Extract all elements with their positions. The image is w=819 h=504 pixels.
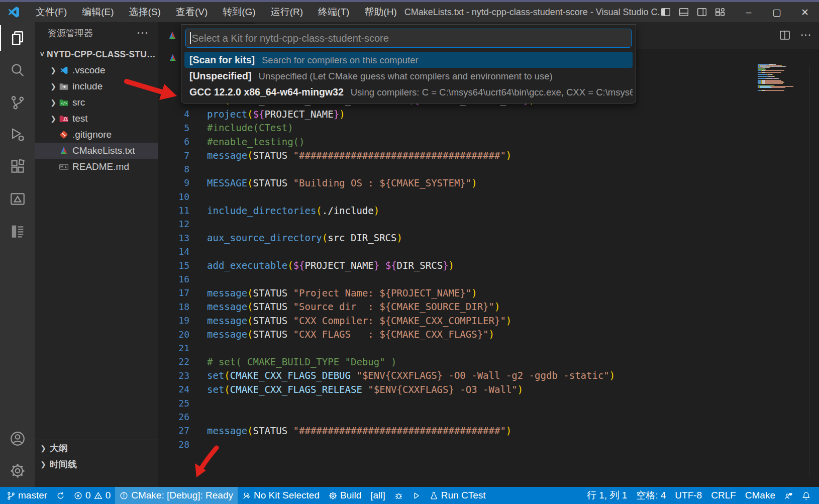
code-line-27[interactable]: 27message(STATUS "######################… xyxy=(158,424,819,437)
code-line-5[interactable]: 5#include(CTest) xyxy=(158,121,819,135)
window-title: CMakeLists.txt - nytd-cpp-class-student-… xyxy=(404,7,660,18)
tree-item-src[interactable]: ❯</>src xyxy=(35,94,158,111)
close-button[interactable]: ✕ xyxy=(791,2,819,22)
status-encoding[interactable]: UTF-8 xyxy=(670,487,706,504)
menu-e[interactable]: 编辑(E) xyxy=(74,2,121,22)
code-line-25[interactable]: 25 xyxy=(158,396,819,410)
code-line-19[interactable]: 19message(STATUS "CXX Compiler: ${CMAKE_… xyxy=(158,314,819,327)
minimize-button[interactable]: – xyxy=(735,2,763,22)
code-line-7[interactable]: 7message(STATUS "#######################… xyxy=(158,148,819,162)
tree-item-test[interactable]: ❯test xyxy=(35,111,158,127)
chevron-right-icon: ❯ xyxy=(49,115,58,123)
tree-item--gitignore[interactable]: .gitignore xyxy=(35,127,158,143)
editor-more-actions-icon[interactable]: ··· xyxy=(801,31,812,40)
status-cmake-status[interactable]: CMake: [Debug]: Ready xyxy=(115,487,238,504)
status-sync[interactable] xyxy=(52,487,69,504)
customize-layout-icon[interactable] xyxy=(714,7,726,18)
code-editor[interactable]: 1cmake_minimum_required(VERSION 3.0.0)2s… xyxy=(158,66,819,487)
code-line-28[interactable]: 28 xyxy=(158,438,819,451)
code-line-6[interactable]: 6#enable_testing() xyxy=(158,135,819,148)
code-line-24[interactable]: 24set(CMAKE_CXX_FLAGS_RELEASE "$ENV{CXXF… xyxy=(158,382,819,396)
activity-search[interactable] xyxy=(0,54,35,86)
status-build-target[interactable]: [all] xyxy=(366,487,390,504)
menu-v[interactable]: 查看(V) xyxy=(168,2,215,22)
status-language-mode[interactable]: CMake xyxy=(741,487,780,504)
menu-s[interactable]: 选择(S) xyxy=(122,2,168,22)
status-eol[interactable]: CRLF xyxy=(706,487,741,504)
activity-accounts[interactable] xyxy=(0,423,35,455)
menu-h[interactable]: 帮助(H) xyxy=(357,2,404,22)
quick-pick-item-0[interactable]: [Scan for kits]Search for compilers on t… xyxy=(184,52,633,68)
files-icon xyxy=(9,30,26,47)
sidebar-section-timeline[interactable]: ❯时间线 xyxy=(35,456,158,472)
quick-pick-item-description: Unspecified (Let CMake guess what compil… xyxy=(259,68,553,84)
code-line-14[interactable]: 14 xyxy=(158,245,819,258)
status-notifications[interactable] xyxy=(797,487,815,504)
code-line-18[interactable]: 18message(STATUS "Source dir : ${CMAKE_S… xyxy=(158,300,819,314)
status-launch-target[interactable] xyxy=(407,487,425,504)
tree-item-cmakelists-txt[interactable]: CMakeLists.txt xyxy=(35,143,158,159)
toggle-panel-icon[interactable] xyxy=(678,7,689,18)
code-line-13[interactable]: 13aux_source_directory(src DIR_SRCS) xyxy=(158,231,819,245)
code-line-20[interactable]: 20message(STATUS "CXX FLAGS : ${CMAKE_CX… xyxy=(158,327,819,341)
menu-f[interactable]: 文件(F) xyxy=(28,2,74,22)
line-number: 14 xyxy=(158,246,189,257)
code-line-10[interactable]: 10 xyxy=(158,190,819,204)
vscode-window: { "window": { "title": "CMakeLists.txt -… xyxy=(0,0,819,504)
bell-icon xyxy=(802,491,810,500)
line-number: 27 xyxy=(158,425,189,436)
status-branch[interactable]: master xyxy=(2,487,52,504)
code-line-12[interactable]: 12 xyxy=(158,217,819,231)
status-problems[interactable]: 00 xyxy=(69,487,115,504)
menu-t[interactable]: 终端(T) xyxy=(311,2,357,22)
maximize-button[interactable]: ▢ xyxy=(763,2,791,22)
quick-pick-item-1[interactable]: [Unspecified]Unspecified (Let CMake gues… xyxy=(184,68,633,84)
code-line-16[interactable]: 16 xyxy=(158,272,819,286)
split-editor-icon[interactable] xyxy=(779,29,791,41)
code-line-4[interactable]: 4project(${PROJECT_NAME}) xyxy=(158,107,819,121)
sidebar-section-outline[interactable]: ❯大纲 xyxy=(35,440,158,456)
more-actions-icon[interactable]: ··· xyxy=(137,28,149,39)
activity-project-outline[interactable] xyxy=(0,215,35,247)
code-line-15[interactable]: 15add_executable(${PROJECT_NAME} ${DIR_S… xyxy=(158,258,819,272)
activity-source-control[interactable] xyxy=(0,86,35,119)
quick-pick-input[interactable]: Select a Kit for nytd-cpp-class-student-… xyxy=(185,29,632,48)
activity-explorer[interactable] xyxy=(0,22,35,54)
status-cursor-position[interactable]: 行 1, 列 1 xyxy=(582,487,632,504)
tree-item-readme-md[interactable]: README.md xyxy=(35,159,158,175)
include-folder-icon xyxy=(59,81,69,91)
cmake-panel-icon xyxy=(9,190,26,208)
menu-g[interactable]: 转到(G) xyxy=(215,2,263,22)
code-line-23[interactable]: 23set(CMAKE_CXX_FLAGS_DEBUG "$ENV{CXXFLA… xyxy=(158,369,819,382)
code-line-17[interactable]: 17message(STATUS "Project Name: ${PROJEC… xyxy=(158,286,819,299)
status-feedback[interactable] xyxy=(780,487,797,504)
activity-extensions[interactable] xyxy=(0,151,35,183)
line-number: 16 xyxy=(158,274,189,284)
tree-item-include[interactable]: ❯include xyxy=(35,78,158,94)
code-line-9[interactable]: 9MESSAGE(STATUS "Building OS : ${CMAKE_S… xyxy=(158,176,819,189)
status-debug-target[interactable] xyxy=(390,487,407,504)
gear-icon xyxy=(329,491,337,500)
status-ctest[interactable]: Run CTest xyxy=(425,487,490,504)
code-line-21[interactable]: 21 xyxy=(158,341,819,355)
tree-item--vscode[interactable]: ❯.vscode xyxy=(35,62,158,78)
activity-cmake-tools[interactable] xyxy=(0,183,35,215)
toggle-secondary-sidebar-icon[interactable] xyxy=(696,7,707,18)
code-line-8[interactable]: 8 xyxy=(158,162,819,176)
tree-item-label: README.md xyxy=(72,161,129,172)
activity-run-debug[interactable] xyxy=(0,119,35,151)
code-line-11[interactable]: 11include_directories(./include) xyxy=(158,204,819,217)
status-build[interactable]: Build xyxy=(324,487,366,504)
code-line-22[interactable]: 22# set( CMAKE_BUILD_TYPE "Debug" ) xyxy=(158,355,819,368)
activity-settings[interactable] xyxy=(0,455,35,487)
minimap[interactable] xyxy=(758,64,806,92)
quick-pick-item-2[interactable]: GCC 12.2.0 x86_64-w64-mingw32Using compi… xyxy=(184,84,633,100)
vscode-logo-icon xyxy=(7,6,20,19)
status-kit[interactable]: No Kit Selected xyxy=(238,487,324,504)
menu-r[interactable]: 运行(R) xyxy=(263,2,311,22)
line-number: 18 xyxy=(158,301,189,312)
code-line-26[interactable]: 26 xyxy=(158,410,819,424)
status-indentation[interactable]: 空格: 4 xyxy=(632,487,670,504)
toggle-sidebar-icon[interactable] xyxy=(660,7,671,18)
tree-root-folder[interactable]: ˅NYTD-CPP-CLASS-STUDEN... xyxy=(35,46,158,62)
